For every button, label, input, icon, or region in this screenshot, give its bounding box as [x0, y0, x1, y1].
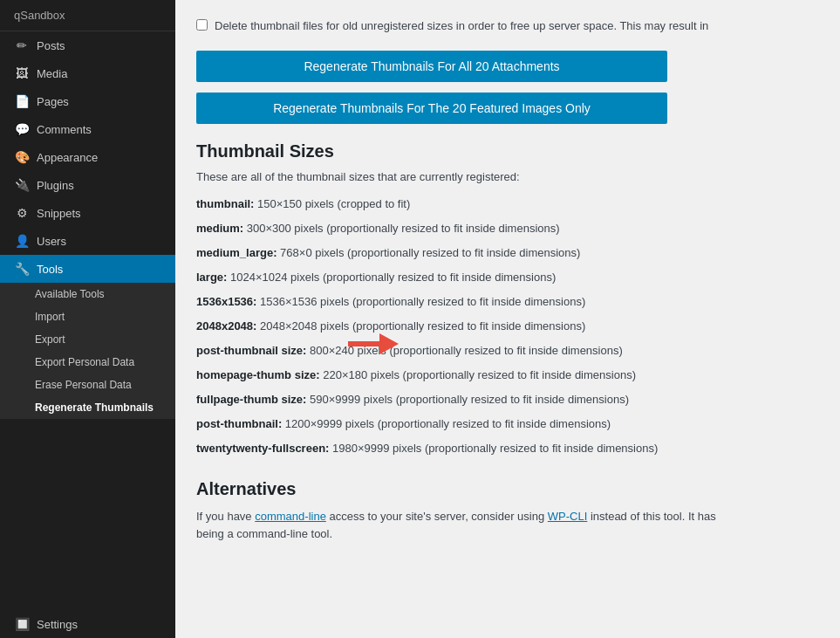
sidebar-item-appearance[interactable]: 🎨 Appearance: [0, 143, 175, 171]
delete-thumbs-label: Delete thumbnail files for old unregiste…: [215, 17, 708, 35]
appearance-icon: 🎨: [14, 150, 30, 164]
alternatives-title: Alternatives: [196, 479, 819, 499]
sidebar-item-media[interactable]: 🖼 Media: [0, 59, 175, 87]
tools-icon: 🔧: [14, 262, 30, 276]
sidebar-item-users[interactable]: 👤 Users: [0, 227, 175, 255]
sidebar-item-label: Media: [37, 67, 67, 80]
thumbnail-sizes-desc: These are all of the thumbnail sizes tha…: [196, 170, 819, 183]
sidebar-item-label: Pages: [37, 95, 69, 108]
thumbnail-sizes-title: Thumbnail Sizes: [196, 141, 819, 161]
sidebar-item-snippets[interactable]: ⚙ Snippets: [0, 199, 175, 227]
delete-thumbs-row: Delete thumbnail files for old unregiste…: [196, 17, 819, 35]
alt-text-3: instead of this tool. It has: [587, 510, 715, 523]
sidebar-item-posts[interactable]: ✏ Posts: [0, 31, 175, 59]
sidebar-item-label: Comments: [37, 123, 92, 136]
sidebar: qSandbox ✏ Posts 🖼 Media 📄 Pages 💬 Comme…: [0, 0, 175, 638]
sidebar-item-pages[interactable]: 📄 Pages: [0, 87, 175, 115]
alternatives-text: If you have command-line access to your …: [196, 508, 819, 545]
regen-all-button[interactable]: Regenerate Thumbnails For All 20 Attachm…: [196, 51, 667, 82]
alt-text-1: If you have: [196, 510, 255, 523]
sidebar-brand: qSandbox: [0, 0, 175, 31]
snippets-icon: ⚙: [14, 206, 30, 220]
list-item: post-thumbnail: 1200×9999 pixels (propor…: [196, 412, 819, 436]
posts-icon: ✏: [14, 38, 30, 52]
list-item: 2048x2048: 2048×2048 pixels (proportiona…: [196, 314, 819, 339]
plugins-icon: 🔌: [14, 178, 30, 192]
main-content: Delete thumbnail files for old unregiste…: [175, 0, 840, 638]
sidebar-item-label: Tools: [37, 263, 63, 276]
command-line-link[interactable]: command-line: [255, 510, 326, 523]
submenu-available-tools[interactable]: Available Tools: [0, 283, 175, 305]
sidebar-item-label: Snippets: [37, 207, 81, 220]
pages-icon: 📄: [14, 94, 30, 108]
sidebar-item-tools[interactable]: 🔧 Tools: [0, 255, 175, 283]
submenu-export[interactable]: Export: [0, 328, 175, 351]
submenu-regenerate-thumbnails[interactable]: Regenerate Thumbnails: [0, 396, 175, 419]
arrow-indicator: [348, 333, 399, 354]
sidebar-item-label: Plugins: [37, 179, 74, 192]
sidebar-item-label: Users: [37, 235, 66, 248]
arrow-head: [379, 333, 399, 354]
submenu-import[interactable]: Import: [0, 305, 175, 328]
list-item-highlighted: post-thumbnail size: 800×240 pixels (pro…: [196, 339, 819, 363]
thumbnail-sizes-list: thumbnail: 150×150 pixels (cropped to fi…: [196, 192, 819, 462]
sidebar-item-label: Posts: [37, 39, 65, 52]
list-item: thumbnail: 150×150 pixels (cropped to fi…: [196, 192, 819, 216]
sidebar-item-settings[interactable]: 🔲 Settings: [0, 610, 175, 638]
regen-featured-button[interactable]: Regenerate Thumbnails For The 20 Feature…: [196, 93, 667, 124]
sidebar-item-plugins[interactable]: 🔌 Plugins: [0, 171, 175, 199]
comments-icon: 💬: [14, 122, 30, 136]
sidebar-item-comments[interactable]: 💬 Comments: [0, 115, 175, 143]
sizes-container: thumbnail: 150×150 pixels (cropped to fi…: [196, 192, 819, 462]
users-icon: 👤: [14, 234, 30, 248]
sidebar-item-label: Settings: [37, 618, 78, 631]
submenu-export-personal[interactable]: Export Personal Data: [0, 351, 175, 374]
sidebar-item-label: Appearance: [37, 151, 98, 164]
delete-thumbs-checkbox[interactable]: [196, 19, 208, 31]
settings-icon: 🔲: [14, 617, 30, 631]
list-item: homepage-thumb size: 220×180 pixels (pro…: [196, 363, 819, 388]
arrow-body: [348, 341, 379, 346]
list-item: fullpage-thumb size: 590×9999 pixels (pr…: [196, 388, 819, 412]
tools-submenu: Available Tools Import Export Export Per…: [0, 283, 175, 419]
alt-text-2: access to your site's server, consider u…: [326, 510, 548, 523]
submenu-erase-personal[interactable]: Erase Personal Data: [0, 374, 175, 396]
list-item: twentytwenty-fullscreen: 1980×9999 pixel…: [196, 436, 819, 461]
media-icon: 🖼: [14, 66, 30, 80]
list-item: medium: 300×300 pixels (proportionally r…: [196, 216, 819, 241]
list-item: 1536x1536: 1536×1536 pixels (proportiona…: [196, 290, 819, 314]
list-item: large: 1024×1024 pixels (proportionally …: [196, 265, 819, 290]
alt-text-4: being a command-line tool.: [196, 527, 332, 540]
list-item: medium_large: 768×0 pixels (proportional…: [196, 241, 819, 265]
wp-cli-link[interactable]: WP-CLI: [548, 510, 588, 523]
